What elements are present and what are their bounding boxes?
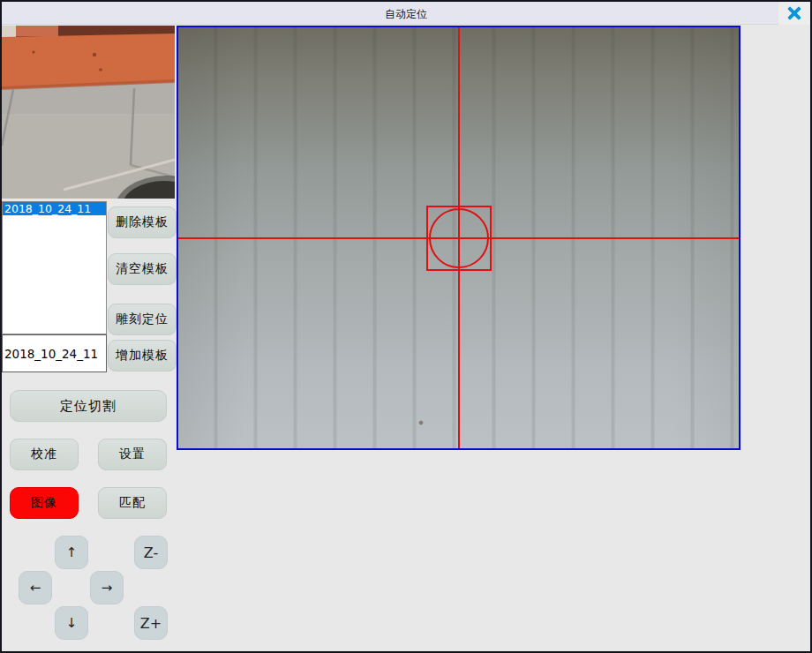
jog-left-button[interactable]: ← — [19, 571, 52, 604]
dialog-title: 自动定位 — [2, 7, 810, 22]
template-name-input[interactable] — [2, 334, 107, 372]
title-bar: 自动定位 — [2, 2, 810, 25]
template-preview-image — [2, 26, 175, 199]
delete-template-button[interactable]: 删除模板 — [108, 206, 177, 238]
settings-button[interactable]: 设置 — [98, 439, 167, 470]
jog-z-minus-button[interactable]: Z- — [134, 536, 168, 569]
template-list[interactable]: 2018_10_24_11 — [2, 201, 107, 334]
template-list-item[interactable]: 2018_10_24_11 — [3, 202, 106, 215]
close-icon — [787, 6, 801, 20]
jog-down-button[interactable]: ↓ — [55, 606, 88, 640]
match-button[interactable]: 匹配 — [98, 487, 167, 519]
camera-view — [177, 26, 741, 450]
target-circle — [429, 208, 489, 268]
clear-templates-button[interactable]: 清空模板 — [108, 253, 177, 285]
close-button[interactable] — [778, 2, 810, 25]
auto-position-dialog: 自动定位 2018_10_24_11 删除模板 清空模板 雕刻定位 增加模板 定… — [0, 0, 812, 653]
position-cut-button[interactable]: 定位切割 — [10, 390, 167, 422]
jog-up-button[interactable]: ↑ — [55, 536, 88, 569]
add-template-button[interactable]: 增加模板 — [108, 340, 177, 372]
calibrate-button[interactable]: 校准 — [10, 439, 79, 470]
image-button-active[interactable]: 图像 — [10, 487, 79, 519]
jog-right-button[interactable]: → — [90, 571, 124, 604]
engrave-position-button[interactable]: 雕刻定位 — [108, 304, 177, 335]
jog-z-plus-button[interactable]: Z+ — [134, 606, 168, 640]
